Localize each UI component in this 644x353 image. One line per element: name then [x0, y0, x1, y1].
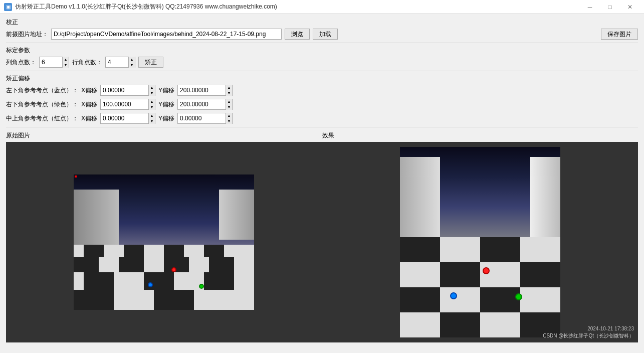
row-points-label: 行角点数： — [72, 58, 102, 67]
tm-y-down[interactable]: ▼ — [226, 118, 232, 124]
svg-rect-12 — [74, 290, 114, 310]
row-down-arrow[interactable]: ▼ — [129, 62, 135, 68]
bottom-left-row: 左下角参考考点（蓝点）： X偏移 ▲ ▼ Y偏移 ▲ ▼ — [6, 85, 638, 96]
green-dot-right — [515, 293, 522, 300]
col-down-arrow[interactable]: ▼ — [63, 62, 69, 68]
left-wall — [74, 190, 119, 245]
correct-button[interactable]: 矫正 — [138, 57, 163, 68]
green-dot-left — [199, 284, 204, 289]
top-left-marker — [75, 175, 77, 178]
bottom-right-y-label: Y偏移 — [158, 100, 174, 109]
divider-1 — [6, 43, 638, 43]
bottom-left-x-label: X偏移 — [81, 86, 97, 95]
timestamp: 2024-10-21 17:38:23 — [587, 326, 634, 331]
red-dot-left — [171, 267, 176, 272]
bottom-right-label: 右下角参考考点（绿色）： — [6, 100, 78, 109]
br-x-arrows[interactable]: ▲ ▼ — [148, 99, 155, 110]
svg-rect-7 — [164, 257, 189, 272]
tm-x-up[interactable]: ▲ — [149, 113, 155, 118]
row-points-spinner[interactable]: ▲ ▼ — [105, 57, 135, 68]
image-path-label: 前摄图片地址： — [6, 30, 48, 39]
bl-y-up[interactable]: ▲ — [226, 85, 232, 90]
br-y-down[interactable]: ▼ — [226, 104, 232, 110]
col-points-spinner[interactable]: ▲ ▼ — [39, 57, 69, 68]
svg-rect-4 — [204, 245, 224, 257]
red-dot-right — [483, 267, 490, 274]
bottom-left-x-spinner[interactable]: ▲ ▼ — [100, 85, 155, 96]
effect-image-container: CSDN @长沙红胖子Qt（长沙创微智科） 2024-10-21 17:38:2… — [322, 142, 638, 342]
bl-x-arrows[interactable]: ▲ ▼ — [148, 85, 155, 96]
bl-y-down[interactable]: ▼ — [226, 90, 232, 96]
browse-button[interactable]: 浏览 — [285, 29, 310, 40]
tm-y-arrows[interactable]: ▲ ▼ — [226, 113, 232, 124]
bottom-left-x-input[interactable] — [101, 85, 148, 95]
calibration-section-header: 校正 — [6, 18, 638, 27]
original-scene — [74, 174, 254, 310]
svg-rect-16 — [480, 237, 520, 262]
col-points-input[interactable] — [40, 57, 62, 67]
effect-scene — [400, 147, 560, 337]
bottom-left-y-spinner[interactable]: ▲ ▼ — [177, 85, 233, 96]
svg-rect-11 — [204, 272, 234, 290]
row-points-input[interactable] — [106, 57, 128, 67]
top-middle-x-label: X偏移 — [81, 114, 97, 123]
original-label: 原始图片 — [6, 131, 322, 140]
images-area: 原始图片 — [6, 131, 638, 342]
minimize-button[interactable]: ─ — [580, 0, 600, 14]
br-y-arrows[interactable]: ▲ ▼ — [226, 99, 232, 110]
effect-image-panel: 效果 — [322, 131, 638, 342]
floor-area — [74, 245, 254, 310]
maximize-button[interactable]: □ — [600, 0, 620, 14]
bottom-left-label: 左下角参考考点（蓝点）： — [6, 86, 78, 95]
br-x-up[interactable]: ▲ — [149, 99, 155, 104]
bl-x-down[interactable]: ▼ — [149, 90, 155, 96]
bottom-left-y-input[interactable] — [178, 85, 226, 95]
bottom-left-y-label: Y偏移 — [158, 86, 174, 95]
params-row: 列角点数： ▲ ▼ 行角点数： ▲ ▼ 矫正 — [6, 57, 638, 68]
svg-rect-20 — [480, 287, 520, 312]
svg-rect-1 — [84, 245, 104, 257]
br-x-down[interactable]: ▼ — [149, 104, 155, 110]
tm-y-up[interactable]: ▲ — [226, 113, 232, 118]
effect-left-wall — [400, 157, 440, 247]
top-middle-y-input[interactable] — [178, 113, 226, 123]
tm-x-down[interactable]: ▼ — [149, 118, 155, 124]
bottom-right-x-spinner[interactable]: ▲ ▼ — [100, 99, 155, 110]
row-up-arrow[interactable]: ▲ — [129, 57, 135, 62]
bottom-right-y-input[interactable] — [178, 99, 226, 109]
top-middle-y-spinner[interactable]: ▲ ▼ — [177, 113, 233, 124]
col-points-label: 列角点数： — [6, 58, 36, 67]
bottom-right-y-spinner[interactable]: ▲ ▼ — [177, 99, 233, 110]
offset-section-header: 矫正偏移 — [6, 74, 638, 83]
image-path-input[interactable] — [51, 29, 282, 40]
svg-rect-3 — [164, 245, 184, 257]
original-image-panel: 原始图片 — [6, 131, 322, 342]
col-up-arrow[interactable]: ▲ — [63, 57, 69, 62]
tm-x-arrows[interactable]: ▲ ▼ — [148, 113, 155, 124]
bottom-right-row: 右下角参考考点（绿色）： X偏移 ▲ ▼ Y偏移 ▲ ▼ — [6, 99, 638, 110]
svg-rect-21 — [440, 312, 480, 337]
effect-label: 效果 — [322, 131, 638, 140]
col-points-arrows[interactable]: ▲ ▼ — [62, 57, 69, 68]
top-middle-x-spinner[interactable]: ▲ ▼ — [100, 113, 155, 124]
title-bar-left: ▣ 仿射矫正工具Demo v1.1.0(长沙红胖子Qt(长沙创微智科) QQ:2… — [4, 3, 277, 11]
svg-rect-10 — [144, 272, 174, 290]
window-controls[interactable]: ─ □ ✕ — [580, 0, 640, 14]
svg-rect-17 — [440, 262, 480, 287]
load-button[interactable]: 加载 — [313, 29, 338, 40]
close-button[interactable]: ✕ — [620, 0, 640, 14]
bl-x-up[interactable]: ▲ — [149, 85, 155, 90]
watermark: CSDN @长沙红胖子Qt（长沙创微智科） — [543, 332, 634, 339]
bottom-right-x-input[interactable] — [101, 99, 148, 109]
original-image-container — [6, 142, 322, 342]
top-middle-x-input[interactable] — [101, 113, 148, 123]
svg-rect-19 — [400, 287, 440, 312]
bl-y-arrows[interactable]: ▲ ▼ — [226, 85, 232, 96]
br-y-up[interactable]: ▲ — [226, 99, 232, 104]
row-points-arrows[interactable]: ▲ ▼ — [128, 57, 135, 68]
params-section-header: 标定参数 — [6, 46, 638, 55]
blue-dot-left — [148, 282, 153, 287]
save-button[interactable]: 保存图片 — [601, 29, 638, 40]
checkerboard-svg — [74, 245, 254, 310]
image-path-row: 前摄图片地址： 浏览 加载 保存图片 — [6, 29, 638, 40]
